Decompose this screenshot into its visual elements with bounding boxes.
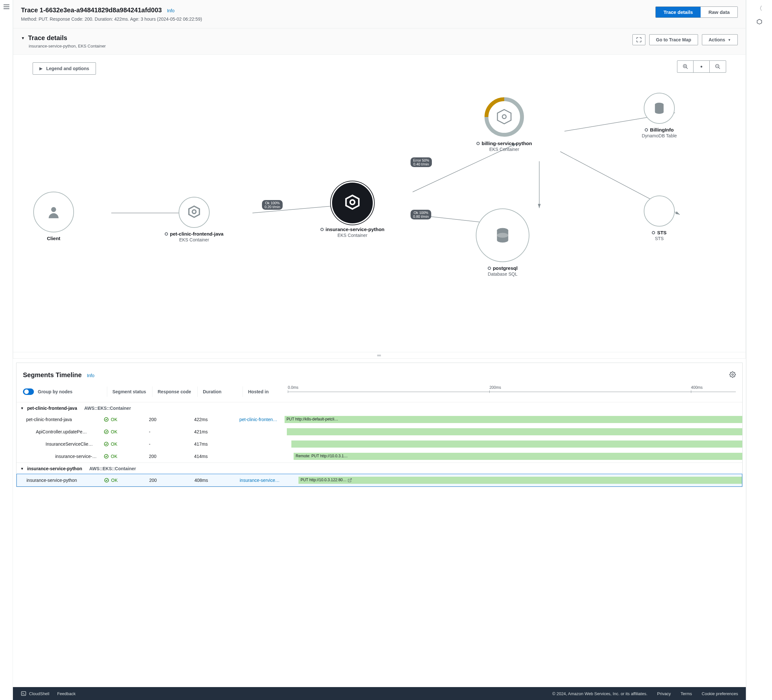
- edge-label-frontend-insurance: Ok 100%0.20 t/min: [262, 200, 283, 210]
- zoom-reset-button[interactable]: •: [693, 61, 710, 72]
- segment-name: InsuranceServiceClie…: [16, 441, 104, 447]
- external-link-icon: [348, 478, 352, 482]
- help-icon[interactable]: [756, 19, 763, 26]
- node-insurance[interactable]: insurance-service-python EKS Container: [294, 183, 411, 238]
- segment-host-link[interactable]: pet-clinic-fronten…: [239, 417, 285, 422]
- segment-bar: Remote: PUT http://10.0.3.1…: [285, 453, 742, 460]
- segment-name: ApiController.updatePe…: [16, 429, 104, 434]
- status-indicator: [645, 128, 648, 131]
- segment-status: OK: [104, 478, 149, 483]
- svg-line-5: [718, 67, 720, 69]
- trace-header: Trace 1-6632e3ea-a94841829d8a984241afd00…: [13, 0, 746, 28]
- segment-duration: 414ms: [194, 454, 239, 459]
- segment-row[interactable]: ApiController.updatePe… OK - 421ms: [16, 426, 742, 438]
- cloudshell-button[interactable]: CloudShell: [21, 691, 49, 697]
- terms-link[interactable]: Terms: [680, 691, 692, 696]
- segment-name: insurance-service-python: [17, 478, 104, 483]
- details-subtitle: insurance-service-python, EKS Container: [29, 44, 106, 49]
- segment-code: 200: [149, 478, 195, 483]
- fullscreen-button[interactable]: [633, 34, 645, 45]
- feedback-link[interactable]: Feedback: [57, 691, 75, 696]
- tab-raw-data[interactable]: Raw data: [701, 7, 738, 18]
- segment-duration: 421ms: [194, 429, 239, 434]
- segment-duration: 417ms: [194, 441, 239, 447]
- segment-row[interactable]: InsuranceServiceClie… OK - 417ms: [16, 438, 742, 450]
- segment-group-header[interactable]: ▼insurance-service-pythonAWS::EKS::Conta…: [16, 462, 742, 474]
- segment-code: -: [149, 441, 194, 447]
- node-client[interactable]: Client: [33, 192, 75, 241]
- svg-point-15: [192, 210, 196, 214]
- segment-duration: 422ms: [194, 417, 239, 422]
- status-indicator: [165, 232, 168, 236]
- segment-status: OK: [104, 454, 149, 459]
- timeline-info-link[interactable]: Info: [87, 373, 94, 378]
- actions-dropdown[interactable]: Actions▼: [702, 34, 738, 45]
- group-by-nodes-toggle[interactable]: [23, 389, 34, 395]
- go-to-trace-map-button[interactable]: Go to Trace Map: [649, 34, 698, 45]
- cookies-link[interactable]: Cookie preferences: [702, 691, 738, 696]
- group-by-label: Group by nodes: [38, 389, 72, 394]
- segment-bar: PUT http://k8s-default-petcli…: [285, 416, 742, 423]
- zoom-out-button[interactable]: [710, 61, 726, 72]
- resize-handle[interactable]: ═: [13, 352, 746, 358]
- segment-row[interactable]: pet-clinic-frontend-java OK 200 422ms pe…: [16, 413, 742, 426]
- segment-duration: 408ms: [195, 478, 240, 483]
- segment-bar: PUT http://10.0.3.122:80…: [285, 477, 742, 484]
- info-link[interactable]: Info: [167, 8, 174, 13]
- segment-name: pet-clinic-frontend-java: [16, 417, 104, 422]
- col-hosted: Hosted in: [242, 387, 288, 397]
- segment-status: OK: [104, 429, 149, 434]
- legend-toggle[interactable]: ▶ Legend and options: [33, 62, 96, 75]
- segment-status: OK: [104, 441, 149, 447]
- col-code: Response code: [152, 387, 197, 397]
- node-billing[interactable]: billing-service-python EKS Container: [453, 97, 556, 152]
- svg-line-1: [686, 67, 688, 69]
- view-toggle: Trace details Raw data: [655, 7, 738, 18]
- col-duration: Duration: [197, 387, 242, 397]
- svg-point-20: [497, 233, 509, 238]
- node-frontend[interactable]: pet-clinic-frontend-java EKS Container: [136, 197, 252, 243]
- caret-down-icon: ▼: [21, 36, 25, 40]
- caret-down-icon: ▼: [20, 406, 24, 410]
- segment-group-header[interactable]: ▼pet-clinic-frontend-javaAWS::EKS::Conta…: [16, 402, 742, 413]
- col-status: Segment status: [107, 387, 152, 397]
- trace-map[interactable]: ▶ Legend and options •: [13, 55, 746, 352]
- status-indicator: [488, 267, 491, 270]
- node-sts[interactable]: STS STS: [637, 195, 682, 241]
- edge-label-insurance-billing: Error 50%0.40 t/min: [411, 157, 432, 167]
- segment-code: 200: [149, 417, 194, 422]
- segment-row[interactable]: insurance-service-… OK 200 414ms Remote:…: [16, 450, 742, 462]
- trace-meta: Method: PUT. Response Code: 200. Duratio…: [21, 16, 202, 22]
- segment-row[interactable]: insurance-service-python OK 200 408ms in…: [16, 474, 742, 487]
- timeline-scale: 0.0ms 200ms 400ms: [288, 385, 736, 398]
- status-indicator: [321, 228, 324, 231]
- segment-code: -: [149, 429, 194, 434]
- svg-point-22: [732, 374, 734, 375]
- segment-code: 200: [149, 454, 194, 459]
- status-indicator: [476, 142, 480, 145]
- node-postgres[interactable]: postgresql Database SQL: [466, 208, 540, 277]
- details-title[interactable]: ▼ Trace details: [21, 34, 106, 42]
- segment-status: OK: [104, 417, 149, 422]
- collapse-panel-button[interactable]: 〈: [757, 5, 762, 12]
- segment-bar: [285, 428, 742, 435]
- svg-point-14: [51, 207, 56, 212]
- nav-hamburger[interactable]: [3, 5, 9, 9]
- zoom-in-button[interactable]: [677, 61, 693, 72]
- caret-right-icon: ▶: [39, 66, 43, 71]
- page-title: Trace 1-6632e3ea-a94841829d8a984241afd00…: [21, 7, 162, 14]
- node-billinginfo[interactable]: BillingInfo DynamoDB Table: [627, 93, 692, 138]
- svg-point-16: [350, 200, 355, 205]
- settings-button[interactable]: [729, 371, 736, 379]
- segment-name: insurance-service-…: [16, 454, 104, 459]
- caret-down-icon: ▼: [728, 38, 731, 42]
- tab-trace-details[interactable]: Trace details: [656, 7, 701, 18]
- privacy-link[interactable]: Privacy: [657, 691, 671, 696]
- edge-label-insurance-postgres: Ok 100%0.80 t/min: [411, 210, 431, 220]
- segment-host-link[interactable]: insurance-service…: [240, 478, 285, 483]
- copyright: © 2024, Amazon Web Services, Inc. or its…: [552, 691, 648, 696]
- caret-down-icon: ▼: [20, 467, 24, 470]
- segment-bar: [285, 441, 742, 448]
- timeline-title: Segments Timeline: [23, 371, 82, 379]
- status-indicator: [652, 231, 655, 234]
